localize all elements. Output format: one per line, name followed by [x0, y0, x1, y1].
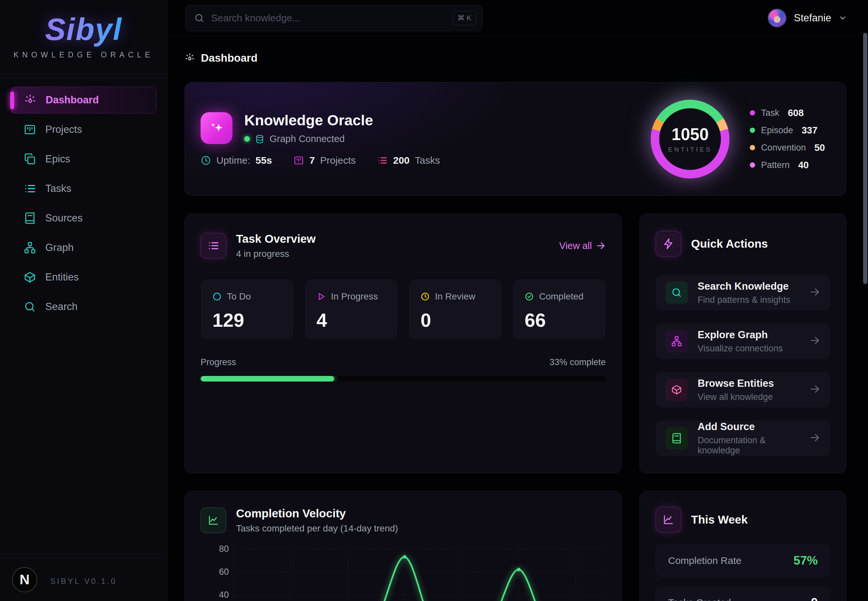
search-input[interactable]	[211, 12, 446, 24]
sidebar-item-graph[interactable]: Graph	[11, 234, 157, 261]
app-root: { "app": { "logo": "Sibyl", "tagline": "…	[0, 0, 868, 601]
arrow-right-icon	[809, 432, 821, 444]
legend-value: 608	[788, 108, 804, 118]
search-icon	[665, 281, 688, 304]
progress-caption: 33% complete	[550, 357, 606, 368]
stat-tile-in-review: In Review 0	[409, 279, 502, 339]
projects-value: 7	[309, 155, 315, 166]
global-search[interactable]: ⌘ K	[185, 5, 483, 31]
book-icon	[665, 427, 688, 450]
week-stat-value: 57%	[793, 554, 818, 567]
view-all-link[interactable]: View all	[559, 241, 606, 251]
sidebar-item-label: Search	[45, 301, 78, 313]
tasks-label: Tasks	[415, 155, 440, 166]
sidebar-item-label: Epics	[45, 153, 70, 165]
action-title: Browse Entities	[698, 378, 774, 389]
sidebar-nav: Dashboard Projects Epics Tasks Sources	[0, 74, 167, 320]
sidebar-item-label: Tasks	[45, 183, 71, 195]
circle-icon	[212, 292, 222, 301]
sidebar-footer: N SIBYL V0.1.0	[0, 558, 167, 601]
kanban-icon	[24, 124, 36, 136]
card-title: Quick Actions	[691, 237, 768, 250]
action-add-source[interactable]: Add Source Documentation & knowledge	[656, 421, 830, 456]
legend-row: Task 608	[750, 108, 825, 118]
sidebar-item-entities[interactable]: Entities	[11, 264, 157, 291]
entities-total: 1050	[671, 125, 708, 144]
legend-dot	[750, 110, 755, 116]
donut-legend: Task 608 Episode 337 Convention 50	[750, 108, 825, 171]
connection-status: Graph Connected	[269, 134, 345, 144]
network-icon	[665, 330, 688, 352]
legend-label: Task	[761, 108, 779, 118]
book-icon	[24, 212, 36, 224]
vertical-scrollbar-thumb[interactable]	[863, 33, 867, 284]
completion-velocity-card: Completion Velocity Tasks completed per …	[185, 491, 622, 601]
check-circle-icon	[525, 292, 534, 301]
page-content: Dashboard Knowledge Oracle	[167, 36, 868, 601]
main-area: ⌘ K Stefanie Dashboard Know	[167, 0, 868, 601]
task-overview-icon-tile	[200, 233, 226, 258]
sidebar-item-label: Graph	[45, 242, 73, 253]
action-search-knowledge[interactable]: Search Knowledge Find patterns & insight…	[656, 275, 830, 310]
search-icon	[194, 13, 205, 23]
sidebar-item-search[interactable]: Search	[11, 293, 157, 320]
stat-value: 129	[212, 309, 282, 331]
sidebar-item-label: Projects	[45, 124, 82, 136]
oracle-icon-tile	[200, 112, 232, 144]
sidebar: Sibyl KNOWLEDGE ORACLE Dashboard Project…	[0, 0, 167, 601]
stat-value: 4	[316, 309, 386, 331]
clock-icon	[420, 292, 430, 301]
projects-stat: 7 Projects	[293, 155, 356, 166]
hero-card: Knowledge Oracle Graph Connected Uptime:	[185, 82, 846, 196]
stat-value: 0	[420, 309, 490, 331]
search-icon	[24, 300, 36, 313]
tasks-value: 200	[393, 155, 410, 166]
velocity-icon-tile	[200, 508, 226, 533]
layers-icon	[24, 153, 36, 165]
action-browse-entities[interactable]: Browse Entities View all knowledge	[656, 372, 830, 407]
chart-line-icon	[208, 514, 219, 526]
sidebar-item-label: Entities	[45, 271, 79, 283]
stat-label: Completed	[539, 291, 583, 302]
sidebar-item-sources[interactable]: Sources	[11, 205, 157, 232]
card-title: Completion Velocity	[236, 507, 398, 520]
play-icon	[316, 292, 326, 301]
quick-actions-list: Search Knowledge Find patterns & insight…	[656, 275, 830, 456]
kanban-icon	[293, 155, 304, 166]
sidebar-item-label: Dashboard	[46, 94, 99, 106]
sidebar-item-epics[interactable]: Epics	[11, 146, 157, 172]
action-title: Add Source	[698, 421, 799, 433]
chevron-down-icon	[839, 14, 847, 22]
sidebar-item-dashboard[interactable]: Dashboard	[11, 87, 157, 113]
sidebar-item-tasks[interactable]: Tasks	[11, 175, 157, 202]
box-icon	[24, 271, 36, 284]
action-explore-graph[interactable]: Explore Graph Visualize connections	[656, 323, 830, 359]
sidebar-item-projects[interactable]: Projects	[11, 116, 157, 143]
list-icon	[208, 240, 219, 252]
app-logo: Sibyl	[45, 12, 122, 47]
action-title: Search Knowledge	[698, 281, 790, 292]
arrow-right-icon	[596, 241, 606, 251]
status-dot	[244, 136, 250, 142]
user-menu[interactable]: Stefanie	[767, 9, 847, 27]
legend-label: Episode	[761, 125, 793, 136]
view-all-label: View all	[559, 241, 592, 251]
legend-dot	[750, 128, 755, 133]
topbar: ⌘ K Stefanie	[167, 0, 868, 36]
hero-left: Knowledge Oracle Graph Connected Uptime:	[200, 112, 440, 166]
legend-value: 50	[815, 142, 825, 153]
stat-tile-completed: Completed 66	[513, 279, 606, 339]
velocity-line-chart: 806040200	[200, 539, 606, 601]
legend-value: 337	[802, 125, 818, 136]
action-title: Explore Graph	[698, 329, 782, 341]
tasks-created-row: Tasks Created 9	[656, 586, 830, 601]
stat-tile-todo: To Do 129	[200, 279, 293, 339]
legend-row: Convention 50	[750, 142, 825, 153]
sparkle-icon	[24, 94, 37, 106]
week-stat-label: Tasks Created	[668, 597, 731, 601]
arrow-right-icon	[809, 335, 821, 348]
week-stat-label: Completion Rate	[668, 555, 741, 566]
stat-label: In Progress	[331, 291, 378, 302]
sidebar-item-label: Sources	[45, 212, 83, 224]
zap-icon	[662, 238, 674, 250]
